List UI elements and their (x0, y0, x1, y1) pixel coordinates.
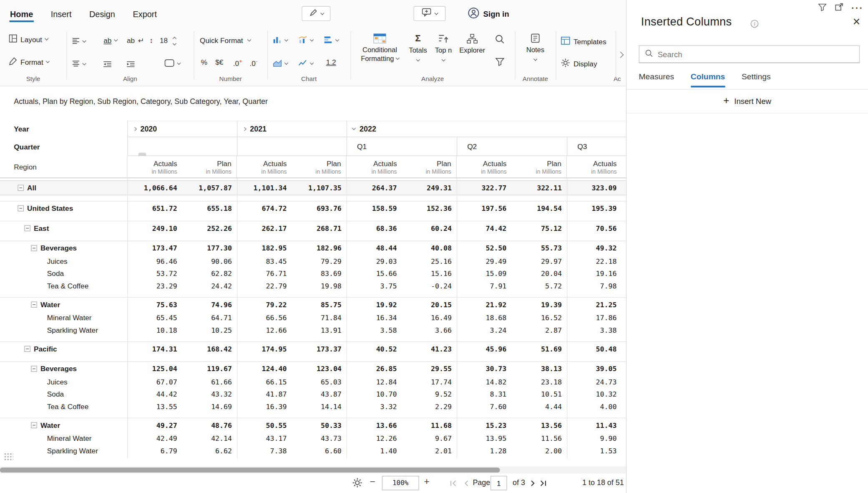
cell[interactable]: 10.25 (182, 324, 237, 336)
cell[interactable]: 168.42 (182, 342, 237, 356)
cell[interactable]: 44.42 (127, 388, 182, 400)
currency-format-button[interactable]: $€ (215, 58, 223, 66)
cell[interactable]: 1,101.34 (237, 181, 292, 195)
cell[interactable]: 15.16 (402, 267, 457, 279)
settings-gear-icon[interactable] (352, 478, 362, 490)
cell[interactable]: 14.69 (182, 400, 237, 412)
cell[interactable]: 19.92 (347, 298, 402, 311)
cell[interactable]: 3.24 (457, 324, 511, 336)
cell[interactable]: 20.15 (402, 298, 457, 311)
cell[interactable]: 1.28 (457, 444, 511, 456)
row-label[interactable]: Water (40, 421, 60, 430)
cell[interactable]: 4.00 (567, 400, 621, 412)
layout-button[interactable]: Layout (9, 32, 48, 46)
cell[interactable]: 124.40 (237, 362, 292, 376)
cell[interactable]: 12.84 (347, 376, 402, 388)
cell[interactable]: 3.66 (402, 324, 457, 336)
filter-icon[interactable] (818, 3, 827, 13)
cell[interactable]: 85.75 (292, 298, 346, 311)
cell[interactable]: 4.44 (511, 400, 567, 412)
cell[interactable]: 75.12 (511, 221, 567, 235)
row-label[interactable]: Mineral Water (47, 434, 92, 442)
cell[interactable]: 182.95 (237, 241, 292, 255)
cell[interactable]: 38.13 (511, 362, 567, 376)
cell[interactable]: 3.75 (347, 279, 402, 291)
cell[interactable]: 24.42 (182, 279, 237, 291)
cell[interactable]: 90.06 (182, 255, 237, 267)
column-header-plan[interactable]: Planin Millions (182, 156, 237, 178)
cell[interactable]: 48.44 (347, 241, 402, 255)
cell[interactable]: 74.96 (182, 298, 237, 311)
chevron-down-icon[interactable] (352, 126, 355, 130)
cell[interactable]: 9.52 (402, 388, 457, 400)
cell[interactable]: 65.03 (292, 376, 346, 388)
more-options-icon[interactable]: ··· (851, 5, 863, 11)
cell[interactable]: 62.82 (182, 267, 237, 279)
cell[interactable]: 249.31 (402, 181, 457, 195)
row-label[interactable]: Sparkling Water (47, 446, 98, 455)
ribbon-tab-home[interactable]: Home (10, 10, 33, 25)
cell[interactable]: 15.66 (347, 267, 402, 279)
cell[interactable]: 8.31 (457, 388, 511, 400)
close-icon[interactable]: × (853, 14, 860, 28)
column-header-actuals[interactable]: Actualsin Millions (127, 156, 182, 178)
cell[interactable]: 65.45 (127, 311, 182, 324)
cell[interactable]: 22.18 (567, 255, 621, 267)
cell[interactable]: 22.79 (237, 279, 292, 291)
cell[interactable]: 12.66 (237, 324, 292, 336)
collapse-icon[interactable] (18, 185, 24, 191)
collapse-icon[interactable] (31, 245, 37, 251)
year-cell-2022[interactable]: 2022 (347, 121, 626, 137)
column-header-actuals[interactable]: Actualsin Millions (347, 156, 402, 178)
cell[interactable]: 68.36 (347, 221, 402, 235)
cell[interactable]: 41.23 (402, 342, 457, 356)
cell[interactable]: 2.87 (511, 324, 567, 336)
cell[interactable]: 26.85 (347, 362, 402, 376)
column-header-actuals[interactable]: Actualsin Millions (457, 156, 511, 178)
zoom-out-button[interactable]: − (370, 476, 375, 488)
collapse-icon[interactable] (18, 205, 24, 212)
row-label[interactable]: Mineral Water (47, 313, 92, 322)
prev-page-button[interactable] (463, 479, 472, 487)
cell[interactable]: 66.15 (237, 376, 292, 388)
cell[interactable]: 29.49 (457, 255, 511, 267)
cell[interactable]: 12.26 (347, 432, 402, 444)
chevron-up-icon[interactable] (173, 37, 176, 40)
cell[interactable]: 1,066.64 (127, 181, 182, 195)
cell[interactable]: 655.18 (182, 201, 237, 215)
cell[interactable]: 67.07 (127, 376, 182, 388)
cell[interactable]: 15.09 (457, 267, 511, 279)
cell[interactable]: 3.32 (347, 400, 402, 412)
sign-in-button[interactable]: Sign in (468, 7, 509, 21)
cell[interactable]: 119.67 (182, 362, 237, 376)
collapse-icon[interactable] (31, 422, 37, 428)
cell[interactable]: 125.04 (127, 362, 182, 376)
decrease-indent-button[interactable] (103, 58, 112, 72)
decrease-decimal-button[interactable]: .0- (250, 58, 258, 68)
horizontal-align-button[interactable] (72, 34, 86, 48)
cell[interactable]: 1.40 (347, 444, 402, 456)
bar-chart-button[interactable] (324, 33, 338, 48)
cell[interactable]: 21.25 (567, 298, 621, 311)
cell[interactable]: 7.91 (457, 279, 511, 291)
cell[interactable]: 264.37 (347, 181, 402, 195)
collapse-icon[interactable] (24, 225, 30, 231)
area-chart-button[interactable] (273, 56, 287, 71)
row-label[interactable]: East (34, 224, 49, 233)
cell[interactable]: 10.18 (127, 324, 182, 336)
cell[interactable]: 76.71 (237, 267, 292, 279)
horizontal-scrollbar[interactable] (0, 466, 626, 473)
cell[interactable]: 23.18 (511, 376, 567, 388)
text-style-button[interactable]: ab (103, 33, 117, 48)
cell[interactable]: 16.52 (511, 311, 567, 324)
cell[interactable]: 17.86 (567, 311, 621, 324)
cell[interactable]: 43.73 (292, 432, 346, 444)
move-handle-icon[interactable] (3, 452, 13, 461)
cell[interactable]: 177.30 (182, 241, 237, 255)
row-label[interactable]: United States (27, 204, 73, 212)
cell[interactable]: 9.67 (402, 432, 457, 444)
column-header-plan[interactable]: Planin Millions (292, 156, 346, 178)
cell[interactable]: 75.63 (127, 298, 182, 311)
cell[interactable]: 123.04 (292, 362, 346, 376)
insert-new-button[interactable]: + Insert New (626, 90, 868, 114)
